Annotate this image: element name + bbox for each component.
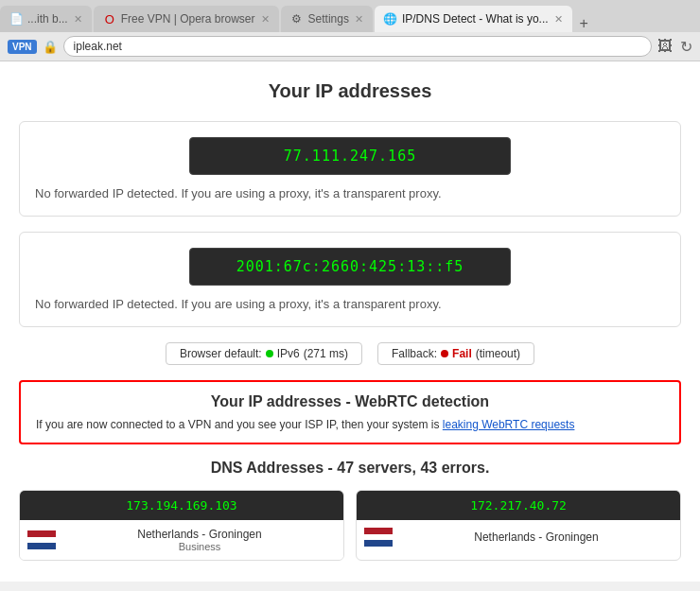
tab1-favicon: 📄 (9, 12, 23, 26)
dns-card-1-ip-display: 173.194.169.103 (20, 491, 343, 520)
tab2-favicon: O (103, 12, 116, 26)
ipv4-no-forward-msg: No forwarded IP detected. If you are usi… (35, 186, 665, 200)
dns-location-1-main: Netherlands - Groningen (63, 528, 336, 541)
ipv4-card: 77.111.247.165 No forwarded IP detected.… (19, 121, 681, 217)
new-tab-button[interactable]: + (572, 15, 596, 32)
browser-default-status: Browser default: IPv6 (271 ms) (166, 342, 362, 365)
ipv6-no-forward-msg: No forwarded IP detected. If you are usi… (35, 297, 665, 311)
ipv6-address: 2001:67c:2660:425:13::f5 (236, 258, 464, 275)
page-content: Your IP addresses 77.111.247.165 No forw… (0, 61, 700, 582)
dns-cards: 173.194.169.103 Netherlands - Groningen … (19, 490, 681, 561)
lock-icon: 🔒 (43, 40, 58, 54)
fallback-label: Fallback: (392, 347, 437, 360)
ipv4-display: 77.111.247.165 (189, 137, 511, 175)
fallback-fail-text: Fail (452, 347, 472, 360)
webrtc-section: Your IP addresses - WebRTC detection If … (19, 380, 681, 444)
webrtc-desc-text: If you are now connected to a VPN and yo… (36, 418, 443, 431)
fallback-detail: (timeout) (476, 347, 520, 360)
webrtc-description: If you are now connected to a VPN and yo… (36, 418, 664, 431)
dns-card-2-ip: 172.217.40.72 (470, 498, 567, 513)
dns-location-1: Netherlands - Groningen Business (63, 528, 336, 552)
tab4-label: IP/DNS Detect - What is yo... (402, 12, 549, 26)
tab2-close[interactable]: ✕ (261, 13, 270, 26)
dns-section-title: DNS Addresses - 47 servers, 43 errors. (19, 460, 681, 477)
dns-location-2-main: Netherlands - Groningen (400, 530, 673, 544)
tab-bar: 📄 ...ith b... ✕ O Free VPN | Opera brows… (0, 0, 700, 32)
dns-location-2: Netherlands - Groningen (400, 530, 673, 544)
browser-action-icons: 🖼 ↻ (657, 38, 692, 56)
refresh-icon[interactable]: ↻ (680, 38, 692, 56)
dns-card-1-ip: 173.194.169.103 (126, 498, 236, 513)
tab-3[interactable]: ⚙ Settings ✕ (281, 6, 373, 32)
ipv6-green-dot (266, 350, 273, 357)
fallback-status: Fallback: Fail (timeout) (377, 342, 534, 365)
page-title: Your IP addresses (19, 80, 681, 102)
dns-card-1-info: Netherlands - Groningen Business (20, 520, 343, 560)
ipv4-address: 77.111.247.165 (284, 148, 416, 165)
tab1-close[interactable]: ✕ (74, 13, 82, 26)
screenshot-icon[interactable]: 🖼 (657, 38, 673, 56)
dns-status-row: Browser default: IPv6 (271 ms) Fallback:… (19, 342, 681, 365)
browser-default-label: Browser default: (180, 347, 262, 360)
fail-red-dot (441, 350, 448, 357)
tab1-label: ...ith b... (27, 12, 68, 26)
tab-1[interactable]: 📄 ...ith b... ✕ (0, 6, 92, 32)
address-bar[interactable]: ipleak.net (63, 36, 652, 57)
tab4-favicon: 🌐 (384, 12, 397, 26)
browser-chrome: 📄 ...ith b... ✕ O Free VPN | Opera brows… (0, 0, 700, 61)
browser-protocol: IPv6 (277, 347, 300, 360)
dns-card-1: 173.194.169.103 Netherlands - Groningen … (19, 490, 344, 561)
dns-type-1: Business (63, 541, 336, 552)
netherlands-flag-1 (27, 530, 56, 549)
tab3-favicon: ⚙ (290, 12, 304, 26)
browser-ms: (271 ms) (304, 347, 348, 360)
tab3-close[interactable]: ✕ (355, 13, 363, 26)
webrtc-title: Your IP addresses - WebRTC detection (36, 393, 664, 410)
dns-card-2-info: Netherlands - Groningen (357, 520, 680, 554)
vpn-badge: VPN (8, 40, 37, 54)
tab2-label: Free VPN | Opera browser (121, 12, 255, 26)
dns-card-2-ip-display: 172.217.40.72 (357, 491, 680, 520)
tab-2[interactable]: O Free VPN | Opera browser ✕ (94, 6, 279, 32)
ipv6-display: 2001:67c:2660:425:13::f5 (189, 248, 511, 286)
tab-4[interactable]: 🌐 IP/DNS Detect - What is yo... ✕ (375, 6, 572, 32)
dns-card-2: 172.217.40.72 Netherlands - Groningen (356, 490, 681, 561)
ipv6-card: 2001:67c:2660:425:13::f5 No forwarded IP… (19, 232, 681, 327)
webrtc-leak-link[interactable]: leaking WebRTC requests (443, 418, 575, 431)
address-bar-row: VPN 🔒 ipleak.net 🖼 ↻ (0, 32, 700, 61)
tab4-close[interactable]: ✕ (554, 13, 563, 26)
tab3-label: Settings (308, 12, 349, 26)
netherlands-flag-2 (364, 528, 393, 547)
